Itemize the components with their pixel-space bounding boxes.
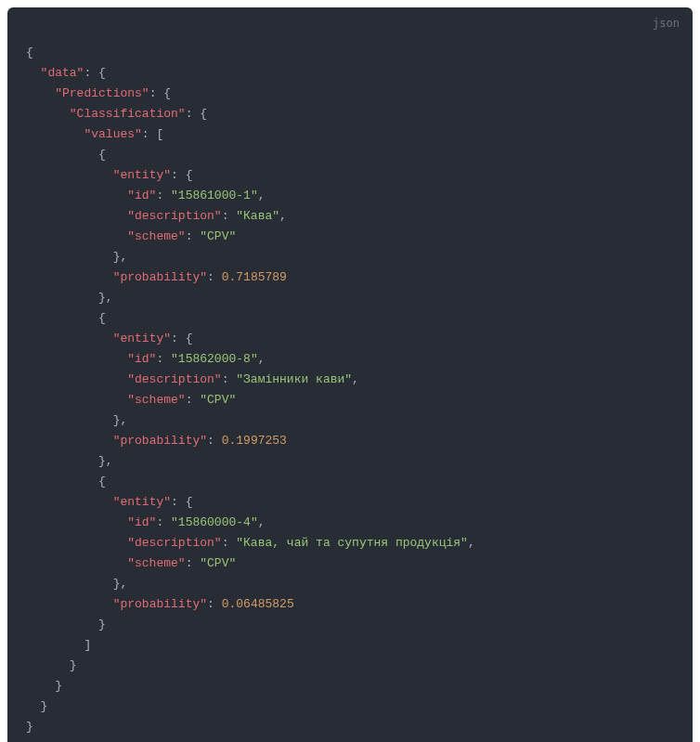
val-prob-1: 0.1997253 <box>222 434 287 448</box>
val-id-2: "15860000-4" <box>171 515 258 529</box>
key-scheme: "scheme" <box>127 393 185 407</box>
val-description-0: "Кава" <box>236 209 279 223</box>
key-description: "description" <box>127 536 221 550</box>
key-probability: "probability" <box>113 597 207 611</box>
val-description-2: "Кава, чай та супутня продукція" <box>236 536 468 550</box>
val-prob-2: 0.06485825 <box>222 597 294 611</box>
key-id: "id" <box>127 189 156 202</box>
val-prob-0: 0.7185789 <box>222 270 287 284</box>
key-description: "description" <box>127 372 221 386</box>
key-id: "id" <box>127 515 156 529</box>
key-values: "values" <box>84 127 141 141</box>
json-code-block: json{ "data": { "Predictions": { "Classi… <box>7 7 693 742</box>
key-predictions: "Predictions" <box>55 86 149 100</box>
key-probability: "probability" <box>113 270 207 284</box>
val-id-1: "15862000-8" <box>171 352 258 366</box>
key-id: "id" <box>127 352 156 366</box>
language-label: json <box>653 13 680 33</box>
key-entity: "entity" <box>113 332 171 345</box>
val-scheme-0: "CPV" <box>200 229 236 243</box>
key-scheme: "scheme" <box>127 229 185 243</box>
key-scheme: "scheme" <box>127 556 185 570</box>
val-scheme-2: "CPV" <box>200 556 236 570</box>
key-probability: "probability" <box>113 434 207 448</box>
val-scheme-1: "CPV" <box>200 393 236 407</box>
val-description-1: "Замінники кави" <box>236 372 352 386</box>
key-data: "data" <box>41 66 84 80</box>
val-id-0: "15861000-1" <box>171 189 258 202</box>
key-description: "description" <box>127 209 221 223</box>
key-entity: "entity" <box>113 495 171 509</box>
key-entity: "entity" <box>113 168 171 182</box>
key-classification: "Classification" <box>70 107 186 121</box>
